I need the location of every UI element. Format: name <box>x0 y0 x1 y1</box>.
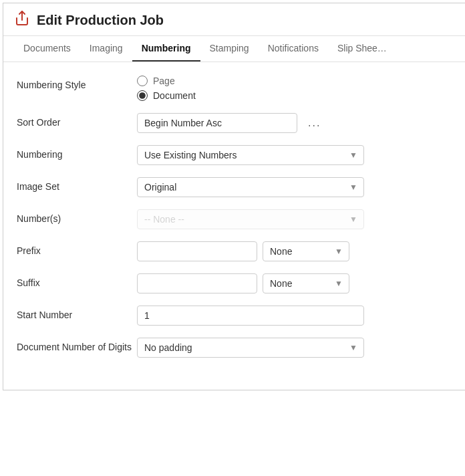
sort-order-inline: ... <box>137 113 452 133</box>
share-icon <box>14 10 30 30</box>
start-number-control <box>137 306 452 326</box>
suffix-label: Suffix <box>17 273 137 288</box>
tab-slip-sheet[interactable]: Slip Shee… <box>328 36 396 62</box>
sort-order-ellipsis-button[interactable]: ... <box>304 114 325 132</box>
suffix-row: Suffix None Custom ▼ <box>17 273 452 293</box>
image-set-select[interactable]: Original Processed <box>137 177 364 197</box>
prefix-select-wrapper: None Custom ▼ <box>263 241 349 261</box>
numbering-select[interactable]: Use Existing Numbers Sequential Custom <box>137 145 364 165</box>
suffix-control: None Custom ▼ <box>137 273 452 293</box>
numbers-select[interactable]: -- None -- <box>137 209 364 229</box>
numbers-control: -- None -- ▼ <box>137 209 452 229</box>
page-title: Edit Production Job <box>37 13 164 28</box>
suffix-text-input[interactable] <box>137 273 257 293</box>
sort-order-label: Sort Order <box>17 113 137 128</box>
numbering-style-control: Page Document <box>137 76 452 101</box>
numbers-row: Number(s) -- None -- ▼ <box>17 209 452 229</box>
tabs-bar: Documents Imaging Numbering Stamping Not… <box>3 36 465 62</box>
numbering-style-radio-group: Page Document <box>137 76 452 101</box>
prefix-text-input[interactable] <box>137 241 257 261</box>
form-body: Numbering Style Page Document Sort Order <box>3 62 465 376</box>
tab-stamping[interactable]: Stamping <box>200 36 259 62</box>
numbering-row: Numbering Use Existing Numbers Sequentia… <box>17 145 452 165</box>
suffix-inline: None Custom ▼ <box>137 273 452 293</box>
numbers-label: Number(s) <box>17 209 137 224</box>
radio-page-label: Page <box>153 76 175 86</box>
image-set-row: Image Set Original Processed ▼ <box>17 177 452 197</box>
numbers-select-wrapper: -- None -- ▼ <box>137 209 364 229</box>
prefix-control: None Custom ▼ <box>137 241 452 261</box>
doc-number-digits-label: Document Number of Digits <box>17 338 137 352</box>
doc-number-digits-select-wrapper: No padding 1 2 3 4 5 ▼ <box>137 338 364 358</box>
page-container: Edit Production Job Documents Imaging Nu… <box>3 3 465 390</box>
tab-numbering[interactable]: Numbering <box>132 36 200 62</box>
numbering-label: Numbering <box>17 145 137 160</box>
numbering-style-row: Numbering Style Page Document <box>17 76 452 101</box>
numbering-style-label: Numbering Style <box>17 76 137 90</box>
radio-page[interactable]: Page <box>137 76 452 86</box>
start-number-label: Start Number <box>17 306 137 320</box>
start-number-input[interactable] <box>137 306 364 326</box>
prefix-select[interactable]: None Custom <box>263 241 349 261</box>
tab-notifications[interactable]: Notifications <box>259 36 328 62</box>
prefix-inline: None Custom ▼ <box>137 241 452 261</box>
radio-document[interactable]: Document <box>137 90 452 101</box>
numbering-control: Use Existing Numbers Sequential Custom ▼ <box>137 145 452 165</box>
radio-page-input[interactable] <box>137 76 148 86</box>
tab-documents[interactable]: Documents <box>14 36 80 62</box>
radio-document-input[interactable] <box>137 90 148 101</box>
prefix-label: Prefix <box>17 241 137 256</box>
tab-imaging[interactable]: Imaging <box>80 36 132 62</box>
image-set-control: Original Processed ▼ <box>137 177 452 197</box>
sort-order-row: Sort Order ... <box>17 113 452 133</box>
image-set-select-wrapper: Original Processed ▼ <box>137 177 364 197</box>
doc-number-digits-select[interactable]: No padding 1 2 3 4 5 <box>137 338 364 358</box>
numbering-select-wrapper: Use Existing Numbers Sequential Custom ▼ <box>137 145 364 165</box>
doc-number-digits-row: Document Number of Digits No padding 1 2… <box>17 338 452 358</box>
image-set-label: Image Set <box>17 177 137 192</box>
sort-order-control: ... <box>137 113 452 133</box>
start-number-row: Start Number <box>17 306 452 326</box>
suffix-select-wrapper: None Custom ▼ <box>263 273 349 293</box>
page-header: Edit Production Job <box>3 3 465 36</box>
doc-number-digits-control: No padding 1 2 3 4 5 ▼ <box>137 338 452 358</box>
radio-document-label: Document <box>153 90 196 101</box>
suffix-select[interactable]: None Custom <box>263 273 349 293</box>
prefix-row: Prefix None Custom ▼ <box>17 241 452 261</box>
sort-order-input[interactable] <box>137 113 297 133</box>
